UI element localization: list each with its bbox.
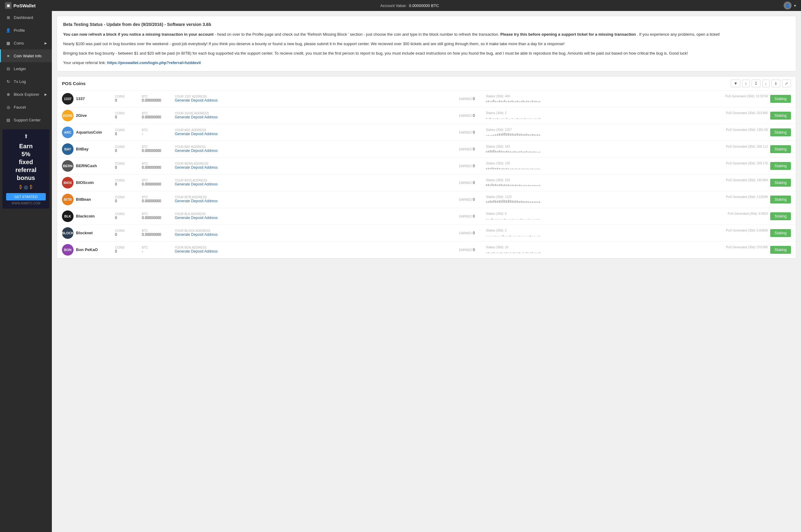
generate-address-link[interactable]: Generate Deposit Address: [175, 115, 218, 119]
svg-rect-126: [497, 168, 498, 169]
coins-table-actions: ▼ ↕ ↧ ↓ ⇓ ⤢: [731, 80, 791, 87]
coin-btc-col: BTC 0.00000000: [142, 95, 172, 102]
staking-chart: [486, 216, 541, 220]
svg-rect-34: [493, 118, 494, 119]
generate-address-link[interactable]: Generate Deposit Address: [175, 249, 218, 253]
svg-rect-29: [539, 101, 540, 102]
svg-rect-9: [502, 101, 503, 102]
svg-rect-22: [526, 101, 528, 102]
table-row: 1337 1337 COINS 0 BTC 0.00000000 YOUR 13…: [57, 91, 796, 107]
earned-value: 0: [473, 147, 475, 151]
svg-rect-207: [535, 201, 536, 203]
staking-button[interactable]: Staking: [770, 246, 791, 254]
sidebar-item-label: Tx Log: [14, 79, 47, 84]
btc-label: BTC: [142, 145, 172, 149]
staking-button[interactable]: Staking: [770, 212, 791, 220]
staking-button[interactable]: Staking: [770, 145, 791, 153]
ad-get-started-button[interactable]: GET STARTED: [6, 193, 46, 201]
svg-rect-14: [512, 100, 513, 102]
svg-rect-67: [499, 133, 500, 136]
sidebar-item-block-explorer[interactable]: ⊕ Block Explorer ▶: [0, 88, 52, 101]
coin-coins-col: COINS 0: [115, 246, 139, 253]
btc-value: 0.00000000: [142, 165, 172, 170]
svg-rect-23: [528, 101, 529, 102]
filter-button[interactable]: ▼: [731, 80, 740, 87]
svg-rect-47: [517, 118, 518, 119]
coin-chart-col: Stakes (30d): 2 PoS Generated (30d): 0.0…: [486, 229, 768, 237]
svg-rect-83: [528, 134, 529, 136]
svg-rect-227: [517, 219, 518, 220]
generate-address-link[interactable]: Generate Deposit Address: [175, 132, 218, 136]
sidebar-item-coin-wallet-info[interactable]: ≡ Coin Wallet Info: [0, 50, 52, 62]
stakes-label: Stakes (30d): 130: [486, 162, 510, 165]
generate-address-link[interactable]: Generate Deposit Address: [175, 165, 218, 170]
user-avatar[interactable]: 👤: [784, 1, 792, 10]
svg-rect-69: [502, 133, 503, 136]
chart-info: Stakes (30d): 2 PoS Generated (30d): 323…: [486, 111, 768, 115]
svg-rect-8: [500, 101, 502, 102]
svg-rect-7: [499, 100, 500, 102]
staking-button[interactable]: Staking: [770, 112, 791, 119]
coin-name: 2Give: [76, 113, 113, 118]
svg-rect-88: [537, 134, 538, 136]
sidebar-item-ledger[interactable]: ⊟ Ledger: [0, 62, 52, 75]
generate-address-link[interactable]: Generate Deposit Address: [175, 232, 218, 237]
block-explorer-icon: ⊕: [6, 92, 11, 97]
svg-rect-71: [506, 133, 507, 136]
generate-address-link[interactable]: Generate Deposit Address: [175, 98, 218, 102]
coin-address-col: YOUR 2GIVE ADDRESS Generate Deposit Addr…: [175, 112, 457, 119]
staking-button[interactable]: Staking: [770, 179, 791, 187]
staking-button[interactable]: Staking: [770, 162, 791, 170]
coin-logo: BLK: [62, 210, 74, 222]
main-layout: ⊞ Dashboard 👤 Profile ▦ Coins ▶ ≡ Coin W…: [0, 11, 801, 532]
generate-address-link[interactable]: Generate Deposit Address: [175, 149, 218, 153]
sidebar-item-profile[interactable]: 👤 Profile: [0, 24, 52, 37]
coins-value: 0: [115, 232, 139, 237]
address-label: YOUR BLK ADDRESS: [175, 212, 457, 216]
generate-address-link[interactable]: Generate Deposit Address: [175, 216, 218, 220]
coin-btc-col: BTC -: [142, 246, 172, 253]
coins-label: COINS: [115, 246, 139, 249]
sort-button-3[interactable]: ↓: [762, 80, 770, 87]
topbar-right: 👤 ▾: [784, 1, 796, 10]
coins-label: COINS: [115, 129, 139, 132]
staking-button[interactable]: Staking: [770, 195, 791, 204]
svg-rect-59: [539, 118, 540, 119]
referral-link[interactable]: https://poswallet.com/login.php?referral…: [107, 60, 201, 65]
dropdown-arrow[interactable]: ▾: [794, 3, 796, 8]
coin-btc-col: BTC 0.00000000: [142, 229, 172, 237]
svg-rect-224: [512, 219, 513, 220]
staking-button[interactable]: Staking: [770, 129, 791, 136]
svg-rect-33: [491, 119, 493, 119]
generate-address-link[interactable]: Generate Deposit Address: [175, 199, 218, 203]
sort-button-2[interactable]: ↧: [751, 80, 760, 87]
svg-rect-165: [513, 185, 515, 186]
svg-rect-201: [525, 201, 526, 203]
coin-chart-col: Stakes (30d): 1125 PoS Generated (30d): …: [486, 195, 768, 204]
coin-address-col: YOUR BAY ADDRESS Generate Deposit Addres…: [175, 145, 457, 153]
sidebar-item-dashboard[interactable]: ⊞ Dashboard: [0, 11, 52, 24]
sidebar-item-support-center[interactable]: ▤ Support Center: [0, 113, 52, 126]
sort-button-4[interactable]: ⇓: [771, 80, 780, 87]
sidebar-item-tx-log[interactable]: ↻ Tx Log: [0, 75, 52, 88]
expand-button[interactable]: ⤢: [782, 80, 791, 87]
sidebar-item-coins[interactable]: ▦ Coins ▶: [0, 37, 52, 50]
generate-address-link[interactable]: Generate Deposit Address: [175, 182, 218, 186]
staking-button[interactable]: Staking: [770, 229, 791, 237]
svg-rect-185: [495, 201, 496, 203]
table-row: 2GIVE 2Give COINS 0 BTC 0.00000000 YOUR …: [57, 107, 796, 124]
sidebar-item-faucet[interactable]: ◎ Faucet: [0, 101, 52, 113]
svg-rect-205: [532, 201, 533, 203]
table-row: BAY BitBay COINS 0 BTC 0.00000000 YOUR B…: [57, 141, 796, 158]
svg-rect-223: [510, 219, 511, 220]
sort-button-1[interactable]: ↕: [742, 80, 750, 87]
svg-rect-86: [534, 134, 535, 136]
staking-button[interactable]: Staking: [770, 95, 791, 103]
stakes-label: Stakes (30d): 6: [486, 212, 507, 215]
svg-rect-122: [490, 168, 491, 169]
earned-value: 0: [473, 164, 475, 168]
svg-rect-172: [526, 185, 528, 186]
svg-rect-0: [486, 101, 487, 102]
svg-rect-272: [490, 253, 491, 253]
notice-paragraph-3: Bringing back the bug bounty - between $…: [63, 50, 790, 57]
